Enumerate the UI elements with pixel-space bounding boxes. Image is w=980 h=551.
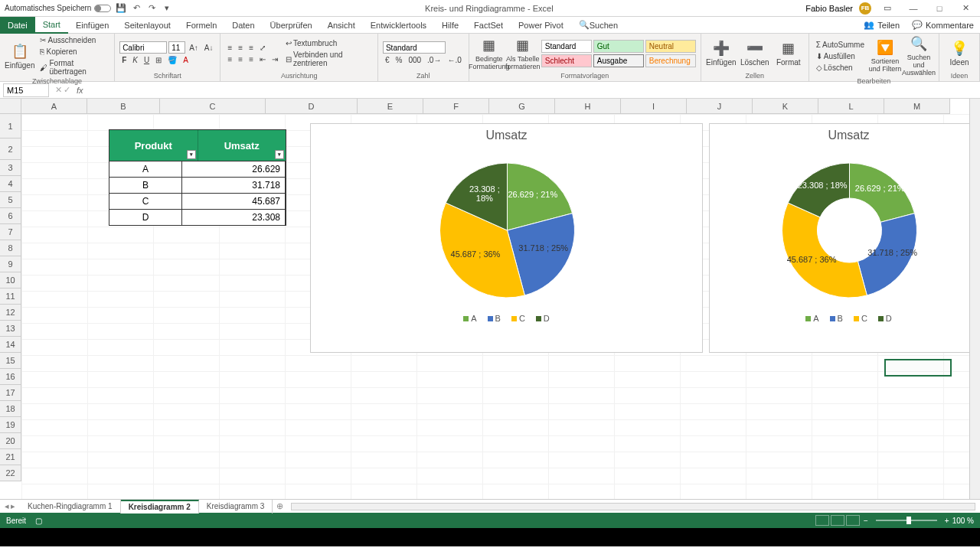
sheet-tab[interactable]: Kreisdiagramm 2 bbox=[121, 500, 199, 514]
table-cell[interactable]: D bbox=[109, 209, 182, 225]
row-header[interactable]: 10 bbox=[0, 272, 21, 289]
autosave-toggle[interactable]: Automatisches Speichern bbox=[5, 4, 111, 12]
align-left-icon[interactable]: ≡ bbox=[225, 54, 234, 64]
ideas-button[interactable]: 💡Ideen bbox=[944, 40, 975, 67]
row-header[interactable]: 4 bbox=[0, 176, 21, 192]
zoom-out-icon[interactable]: − bbox=[864, 517, 868, 525]
row-header[interactable]: 3 bbox=[0, 160, 21, 176]
sheet-tab[interactable]: Kreisdiagramm 3 bbox=[199, 500, 273, 514]
table-cell[interactable]: C bbox=[109, 193, 182, 209]
tab-formulas[interactable]: Formeln bbox=[178, 17, 224, 34]
row-header[interactable]: 12 bbox=[0, 305, 21, 321]
row-header[interactable]: 22 bbox=[0, 465, 21, 481]
macro-record-icon[interactable]: ▢ bbox=[35, 517, 42, 525]
view-normal-icon[interactable] bbox=[815, 515, 829, 526]
copy-button[interactable]: ⎘ Kopieren bbox=[38, 47, 109, 57]
row-header[interactable]: 1 bbox=[0, 114, 21, 139]
worksheet-grid[interactable]: ABCDEFGHIJKLM 12345678910111213141516171… bbox=[0, 99, 980, 499]
sort-filter-button[interactable]: 🔽Sortieren und Filtern bbox=[870, 39, 900, 73]
style-gut[interactable]: Gut bbox=[593, 40, 644, 53]
table-cell[interactable]: A bbox=[109, 161, 182, 177]
dec-decimal-icon[interactable]: ←.0 bbox=[445, 55, 463, 65]
fill-button[interactable]: ⬇ Ausfüllen bbox=[814, 51, 867, 61]
sheet-prev-icon[interactable]: ◂ bbox=[5, 501, 9, 511]
row-header[interactable]: 20 bbox=[0, 433, 21, 449]
row-header[interactable]: 16 bbox=[0, 369, 21, 385]
doughnut-chart[interactable]: Umsatz 26.629 ; 21%31.718 ; 25%45.687 ; … bbox=[709, 123, 980, 353]
add-sheet-button[interactable]: ⊕ bbox=[273, 501, 286, 511]
view-pagelayout-icon[interactable] bbox=[831, 515, 844, 526]
redo-icon[interactable]: ↷ bbox=[146, 3, 157, 14]
table-cell[interactable]: B bbox=[109, 177, 182, 193]
vertical-scrollbar[interactable] bbox=[969, 99, 980, 499]
column-header[interactable]: L bbox=[818, 99, 884, 114]
inc-decimal-icon[interactable]: .0→ bbox=[425, 55, 443, 65]
save-icon[interactable]: 💾 bbox=[116, 3, 126, 14]
row-header[interactable]: 6 bbox=[0, 208, 21, 224]
shrink-font-icon[interactable]: A↓ bbox=[202, 43, 216, 53]
ribbon-display-icon[interactable]: ▭ bbox=[877, 2, 897, 15]
style-berechnung[interactable]: Berechnung bbox=[645, 54, 696, 67]
find-select-button[interactable]: 🔍Suchen und Auswählen bbox=[903, 35, 934, 77]
tab-powerpivot[interactable]: Power Pivot bbox=[511, 17, 571, 34]
column-header[interactable]: G bbox=[489, 99, 555, 114]
table-cell[interactable]: 31.718 bbox=[182, 177, 286, 193]
table-cell[interactable]: 45.687 bbox=[182, 193, 286, 209]
zoom-level[interactable]: 100 % bbox=[952, 517, 974, 525]
currency-icon[interactable]: € bbox=[383, 55, 392, 65]
align-top-icon[interactable]: ≡ bbox=[225, 43, 234, 53]
zoom-slider[interactable] bbox=[876, 520, 937, 521]
share-button[interactable]: 👥 Teilen bbox=[858, 20, 906, 30]
insert-cells-button[interactable]: ➕Einfügen bbox=[706, 40, 737, 67]
row-header[interactable]: 13 bbox=[0, 321, 21, 337]
italic-button[interactable]: K bbox=[130, 55, 140, 65]
paste-button[interactable]: 📋Einfügen bbox=[5, 43, 34, 70]
row-header[interactable]: 21 bbox=[0, 449, 21, 465]
align-right-icon[interactable]: ≡ bbox=[247, 54, 256, 64]
font-color-button[interactable]: A bbox=[181, 55, 191, 65]
style-schlecht[interactable]: Schlecht bbox=[541, 54, 592, 67]
format-painter-button[interactable]: 🖌 Format übertragen bbox=[38, 58, 109, 77]
orientation-icon[interactable]: ⤢ bbox=[257, 43, 268, 53]
style-neutral[interactable]: Neutral bbox=[645, 40, 696, 53]
border-button[interactable]: ⊞ bbox=[153, 55, 164, 65]
row-header[interactable]: 5 bbox=[0, 192, 21, 208]
tell-me[interactable]: 🔍 Suchen bbox=[571, 17, 626, 34]
minimize-icon[interactable]: — bbox=[903, 2, 923, 15]
row-header[interactable]: 9 bbox=[0, 256, 21, 272]
table-cell[interactable]: 26.629 bbox=[182, 161, 286, 177]
comments-button[interactable]: 💬 Kommentare bbox=[906, 20, 980, 30]
row-header[interactable]: 14 bbox=[0, 337, 21, 353]
horizontal-scrollbar[interactable] bbox=[291, 503, 975, 510]
enter-formula-icon[interactable]: ✓ bbox=[64, 85, 70, 95]
column-header[interactable]: D bbox=[266, 99, 358, 114]
font-name[interactable]: Calibri bbox=[119, 41, 167, 54]
indent-dec-icon[interactable]: ⇤ bbox=[257, 54, 268, 64]
sheet-tab[interactable]: Kuchen-Ringdiagramm 1 bbox=[20, 500, 121, 514]
align-center-icon[interactable]: ≡ bbox=[236, 54, 245, 64]
data-table[interactable]: Produkt▾ Umsatz▾ A26.629 B31.718 C45.687… bbox=[109, 129, 286, 226]
row-header[interactable]: 18 bbox=[0, 401, 21, 417]
column-header[interactable]: K bbox=[753, 99, 818, 114]
grow-font-icon[interactable]: A↑ bbox=[187, 43, 201, 53]
select-all-button[interactable] bbox=[0, 99, 21, 114]
tab-pagelayout[interactable]: Seitenlayout bbox=[116, 17, 178, 34]
row-header[interactable]: 17 bbox=[0, 385, 21, 401]
table-cell[interactable]: 23.308 bbox=[182, 209, 286, 225]
align-middle-icon[interactable]: ≡ bbox=[236, 43, 245, 53]
sheet-next-icon[interactable]: ▸ bbox=[11, 501, 15, 511]
comma-icon[interactable]: 000 bbox=[406, 55, 423, 65]
row-header[interactable]: 19 bbox=[0, 417, 21, 433]
fx-icon[interactable]: fx bbox=[74, 86, 87, 95]
format-table-button[interactable]: ▦Als Tabelle formatieren bbox=[508, 37, 538, 70]
tab-insert[interactable]: Einfügen bbox=[68, 17, 116, 34]
row-header[interactable]: 2 bbox=[0, 139, 21, 160]
clear-button[interactable]: ◇ Löschen bbox=[814, 63, 867, 73]
column-header[interactable]: M bbox=[884, 99, 950, 114]
tab-data[interactable]: Daten bbox=[224, 17, 262, 34]
tab-file[interactable]: Datei bbox=[0, 17, 35, 34]
percent-icon[interactable]: % bbox=[394, 55, 405, 65]
row-header[interactable]: 11 bbox=[0, 289, 21, 305]
tab-developer[interactable]: Entwicklertools bbox=[363, 17, 434, 34]
name-box[interactable]: M15 bbox=[3, 83, 49, 97]
